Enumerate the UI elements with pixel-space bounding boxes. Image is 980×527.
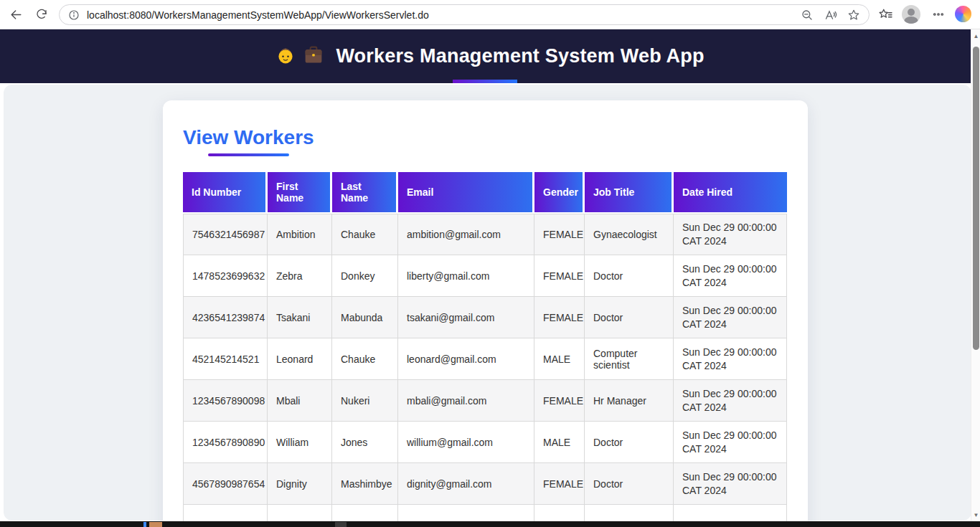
table-cell: FEMALE xyxy=(534,214,585,255)
table-cell: 452145214521 xyxy=(183,338,268,380)
table-cell: Computer scientist xyxy=(585,338,674,380)
table-header-row: Id NumberFirst NameLast NameEmailGenderJ… xyxy=(183,172,787,214)
column-header: Gender xyxy=(534,172,585,214)
table-row: 4567890987654DignityMashimbyedignity@gma… xyxy=(183,463,787,505)
table-cell: FEMALE xyxy=(534,297,585,338)
heading-accent-bar xyxy=(208,153,289,156)
avatar-body xyxy=(904,16,918,24)
taskbar-icon-fragment xyxy=(335,522,347,527)
table-row: 1234567890098MbaliNukerimbali@gmail.comF… xyxy=(183,380,787,422)
table-cell: Sun Dec 29 00:00:00 CAT 2024 xyxy=(674,422,787,463)
scrollbar-down-arrow[interactable]: ▼ xyxy=(971,510,980,520)
browser-toolbar: localhost:8080/WorkersManagementSystemWe… xyxy=(0,0,980,29)
table-cell: liberty@gmail.com xyxy=(398,255,534,297)
table-cell: Tsakani xyxy=(268,297,332,338)
column-header: First Name xyxy=(268,172,332,214)
table-cell: Dignity xyxy=(268,463,332,505)
table-cell: Chauke xyxy=(332,338,398,380)
table-cell: 1234567890098 xyxy=(183,380,268,422)
address-bar[interactable]: localhost:8080/WorkersManagementSystemWe… xyxy=(59,4,870,25)
profile-avatar[interactable] xyxy=(902,5,920,24)
zoom-out-icon[interactable] xyxy=(801,9,814,22)
url-text[interactable]: localhost:8080/WorkersManagementSystemWe… xyxy=(87,9,801,21)
table-cell: Nukeri xyxy=(332,380,398,422)
more-options-icon[interactable] xyxy=(930,6,947,23)
workers-tbody: 7546321456987AmbitionChaukeambition@gmai… xyxy=(183,214,787,527)
briefcase-emoji xyxy=(303,45,324,68)
table-cell: MALE xyxy=(534,422,585,463)
table-cell: 4236541239874 xyxy=(183,297,268,338)
browser-window: localhost:8080/WorkersManagementSystemWe… xyxy=(0,0,980,527)
table-row: 1478523699632ZebraDonkeyliberty@gmail.co… xyxy=(183,255,787,297)
table-cell: Sun Dec 29 00:00:00 CAT 2024 xyxy=(674,297,787,338)
table-cell: Donkey xyxy=(332,255,398,297)
table-cell: Sun Dec 29 00:00:00 CAT 2024 xyxy=(674,463,787,505)
workers-table: Id NumberFirst NameLast NameEmailGenderJ… xyxy=(183,172,787,527)
table-cell: FEMALE xyxy=(534,463,585,505)
table-cell: Doctor xyxy=(585,255,674,297)
app-header: Workers Management System Web App xyxy=(0,29,980,83)
table-cell: Chauke xyxy=(332,214,398,255)
table-cell: ambition@gmail.com xyxy=(398,214,534,255)
table-cell: MALE xyxy=(534,338,585,380)
scrollbar-up-arrow[interactable]: ▲ xyxy=(971,31,980,41)
table-cell: Doctor xyxy=(585,297,674,338)
table-cell: FEMALE xyxy=(534,255,585,297)
column-header: Date Hired xyxy=(674,172,787,214)
table-cell: tsakani@gmail.com xyxy=(398,297,534,338)
header-accent-bar xyxy=(453,80,517,83)
table-cell: leonard@gmail.com xyxy=(398,338,534,380)
table-cell: William xyxy=(268,422,332,463)
site-info-icon[interactable] xyxy=(68,9,80,21)
table-cell: Mashimbye xyxy=(332,463,398,505)
table-cell: Ambition xyxy=(268,214,332,255)
column-header: Email xyxy=(398,172,534,214)
table-cell: Doctor xyxy=(585,422,674,463)
os-taskbar-edge[interactable] xyxy=(0,521,980,527)
table-cell: Sun Dec 29 00:00:00 CAT 2024 xyxy=(674,214,787,255)
table-row: 7546321456987AmbitionChaukeambition@gmai… xyxy=(183,214,787,255)
person-emoji xyxy=(275,45,296,68)
table-cell: 1478523699632 xyxy=(183,255,268,297)
table-cell: Jones xyxy=(332,422,398,463)
read-aloud-icon[interactable] xyxy=(824,9,837,22)
table-cell: Mbali xyxy=(268,380,332,422)
table-cell: Zebra xyxy=(268,255,332,297)
table-cell: Doctor xyxy=(585,463,674,505)
column-header: Id Number xyxy=(183,172,268,214)
column-header: Last Name xyxy=(332,172,398,214)
page-heading-block: View Workers xyxy=(183,126,314,156)
copilot-icon[interactable] xyxy=(955,6,971,22)
table-cell: dignity@gmail.com xyxy=(398,463,534,505)
table-row: 4236541239874TsakaniMabundatsakani@gmail… xyxy=(183,297,787,338)
favorite-star-icon[interactable] xyxy=(847,9,860,22)
app-title: Workers Management System Web App xyxy=(336,45,704,67)
table-cell: willium@gmail.com xyxy=(398,422,534,463)
favorites-hub-icon[interactable] xyxy=(877,6,894,23)
column-header: Job Title xyxy=(585,172,674,214)
table-cell: 7546321456987 xyxy=(183,214,268,255)
table-cell: Leonard xyxy=(268,338,332,380)
table-cell: mbali@gmail.com xyxy=(398,380,534,422)
table-cell: Sun Dec 29 00:00:00 CAT 2024 xyxy=(674,338,787,380)
table-cell: Mabunda xyxy=(332,297,398,338)
taskbar-icon-fragment xyxy=(143,522,146,527)
taskbar-icon-fragment xyxy=(149,522,162,527)
back-icon[interactable] xyxy=(7,6,24,23)
scrollbar-thumb[interactable] xyxy=(973,47,979,350)
refresh-icon[interactable] xyxy=(33,6,50,23)
table-cell: Sun Dec 29 00:00:00 CAT 2024 xyxy=(674,255,787,297)
table-cell: 4567890987654 xyxy=(183,463,268,505)
table-row: 1234567890890WilliamJoneswillium@gmail.c… xyxy=(183,422,787,463)
table-cell: Hr Manager xyxy=(585,380,674,422)
page-title: View Workers xyxy=(183,126,314,149)
table-row: 452145214521LeonardChaukeleonard@gmail.c… xyxy=(183,338,787,380)
view-workers-card: View Workers Id NumberFirst NameLast Nam… xyxy=(163,100,808,527)
avatar-head xyxy=(908,9,915,16)
table-cell: Gynaecologist xyxy=(585,214,674,255)
page-scrollbar[interactable]: ▲ ▼ xyxy=(971,29,980,521)
table-cell: Sun Dec 29 00:00:00 CAT 2024 xyxy=(674,380,787,422)
table-cell: 1234567890890 xyxy=(183,422,268,463)
table-cell: FEMALE xyxy=(534,380,585,422)
